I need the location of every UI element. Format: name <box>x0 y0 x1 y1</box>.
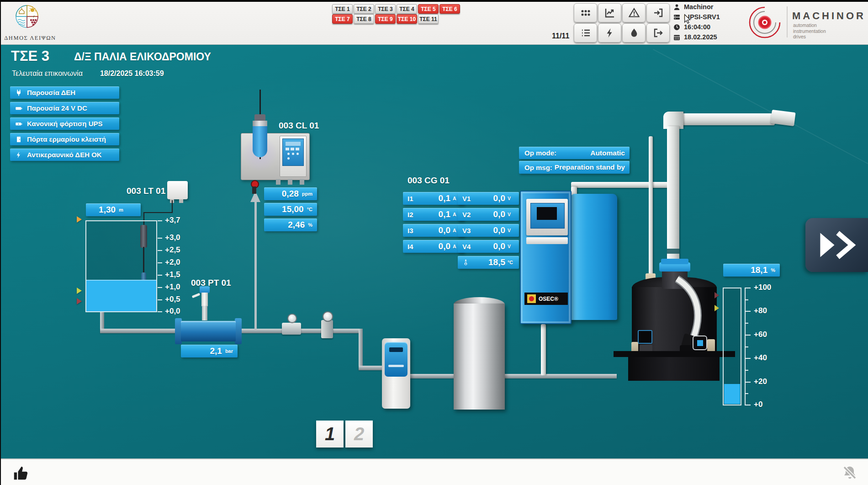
pipe-cabinet-down <box>541 324 546 375</box>
server-icon <box>673 13 681 21</box>
analyzer-tag: 003 CL 01 <box>279 121 319 131</box>
tank-scale-3-0: +3,0 <box>165 233 180 242</box>
municipality-name: ΔΗΜΟΣ ΛΕΙΨΩΝ <box>1 35 59 42</box>
tab-tse-5[interactable]: ΤΣΕ 5 <box>418 4 439 14</box>
screen-border-top <box>0 0 868 2</box>
lightning-icon <box>15 151 22 159</box>
alarm-mute-button[interactable] <box>842 464 858 483</box>
thermometer-icon <box>462 259 469 266</box>
logout-icon <box>653 27 664 38</box>
pt-lever <box>192 293 201 298</box>
tank-base-plate <box>614 351 735 357</box>
gauge-scale-60: +60 <box>754 330 767 339</box>
status-surge-protection[interactable]: Αντικεραυνικό ΔΕΗ ΟΚ <box>10 149 119 161</box>
osec-label: OSEC® <box>539 296 558 302</box>
generator-tag: 003 CG 01 <box>408 176 450 186</box>
pipe-main-left <box>100 329 182 333</box>
next-screen-button[interactable] <box>805 218 868 272</box>
voltage-v2-cell: V20,0V <box>458 208 519 221</box>
tank-scale-1-5: +1,5 <box>165 270 180 279</box>
screen-border-left <box>0 0 1 485</box>
osec-label-strip: OSEC® <box>524 293 568 305</box>
alarms-button[interactable] <box>622 3 646 22</box>
fill-pipe-vertical <box>667 126 679 263</box>
gauge-alarm-marker <box>715 305 719 311</box>
clock-icon <box>673 23 681 31</box>
level-value-badge: 1,30 m <box>86 203 141 216</box>
vent-pipe-outlet <box>770 110 795 126</box>
pipe-to-dispenser <box>359 366 383 370</box>
station-name: Δ/Ξ ΠΑΛΙΑ ΕΛΙΚΟΔΡΟΜΙΟΥ <box>74 51 211 63</box>
brand-divider <box>787 6 788 37</box>
osec-display-tray <box>526 237 568 244</box>
level-alarm-high-marker <box>77 216 82 223</box>
status-ups-charge[interactable]: Κανονική φόρτιση UPS <box>10 117 119 130</box>
inline-valve <box>282 323 301 335</box>
logout-button[interactable] <box>646 23 670 43</box>
sensor-pipe-thin <box>649 136 653 276</box>
pressure-regulator <box>321 320 333 338</box>
status-cabinet-door[interactable]: Πόρτα ερμαρίου κλειστή <box>10 133 119 145</box>
gauge-scale-0: +0 <box>754 400 762 409</box>
emergency-stop-button[interactable] <box>527 294 536 303</box>
top-bar: ΔΗΜΟΣ ΛΕΙΨΩΝ ΤΣΕ 1 ΤΣΕ 2 ΤΣΕ 3 ΤΣΕ 4 ΤΣΕ… <box>0 0 868 45</box>
pt-stand <box>202 306 207 320</box>
station-code: ΤΣΕ 3 <box>11 48 49 64</box>
gauge-scale-20: +20 <box>754 377 767 386</box>
login-button[interactable] <box>646 3 670 22</box>
pressure-value-badge: 2,1 bar <box>181 345 238 357</box>
tank-scale-2-5: +2,5 <box>165 245 180 255</box>
municipality-logo-icon <box>14 4 40 32</box>
acknowledge-button[interactable] <box>12 464 29 484</box>
brine-tank <box>454 304 505 410</box>
tank-scale-1-0: +1,0 <box>165 282 180 292</box>
tab-tse-1[interactable]: ΤΣΕ 1 <box>332 4 353 14</box>
brand-tagline: automation instrumentation drives <box>793 22 826 40</box>
voltage-v4-cell: V40,0V <box>458 240 519 253</box>
regulator-gauge-icon <box>323 311 333 322</box>
sample-line <box>254 201 257 330</box>
tab-tse-6[interactable]: ΤΣΕ 6 <box>439 4 460 14</box>
op-msg-badge: Op msg: Preparation stand by <box>519 161 630 174</box>
tank-scale-0-5: +0,5 <box>165 295 180 304</box>
pipe-flange-right <box>235 318 242 344</box>
tab-tse-10[interactable]: ΤΣΕ 10 <box>397 14 417 24</box>
status-mains-power[interactable]: Παρουσία ΔΕΗ <box>10 86 119 99</box>
tab-tse-2[interactable]: ΤΣΕ 2 <box>354 4 374 14</box>
tab-tse-3[interactable]: ΤΣΕ 3 <box>375 4 396 14</box>
pipe-tank-outlet <box>100 312 104 330</box>
tab-tse-4[interactable]: ΤΣΕ 4 <box>397 4 417 14</box>
event-list-button[interactable] <box>574 23 597 43</box>
warning-triangle-icon <box>629 7 640 18</box>
voltage-v3-cell: V30,0V <box>458 224 519 237</box>
trends-button[interactable] <box>598 3 621 22</box>
page-2-button[interactable]: 2 <box>345 421 373 448</box>
turbidity-badge: 2,46 % <box>264 219 317 231</box>
sample-valve-body <box>252 187 256 194</box>
tab-tse-8[interactable]: ΤΣΕ 8 <box>354 14 374 24</box>
osec-display-screen <box>537 207 557 220</box>
reservoir-water <box>86 280 156 311</box>
water-quality-button[interactable] <box>622 23 646 43</box>
trend-chart-icon <box>604 7 615 18</box>
power-button[interactable] <box>598 23 621 43</box>
pt-head <box>200 286 210 293</box>
water-drop-icon <box>629 27 640 38</box>
dosing-unit-display <box>389 347 403 352</box>
session-user: Machinor <box>673 2 713 11</box>
electrolyte-cylinder <box>570 194 617 320</box>
tab-tse-9[interactable]: ΤΣΕ 9 <box>375 14 396 24</box>
tab-tse-7[interactable]: ΤΣΕ 7 <box>332 14 353 24</box>
status-24vdc[interactable]: Παρουσία 24 V DC <box>10 102 119 114</box>
water-temp-badge: 15,00 °C <box>264 203 317 216</box>
page-indicator: 11/11 <box>552 32 569 40</box>
login-icon <box>653 7 664 18</box>
level-transmitter-tag: 003 LT 01 <box>127 186 165 196</box>
apps-button[interactable] <box>574 3 597 22</box>
tank-scale-0-0: +0,0 <box>165 307 180 316</box>
page-1-button[interactable]: 1 <box>316 421 344 448</box>
tab-tse-11[interactable]: ΤΣΕ 11 <box>418 14 439 24</box>
gauge-scale-40: +40 <box>754 353 767 362</box>
door-icon <box>15 136 22 143</box>
pump-indicator <box>693 336 707 350</box>
